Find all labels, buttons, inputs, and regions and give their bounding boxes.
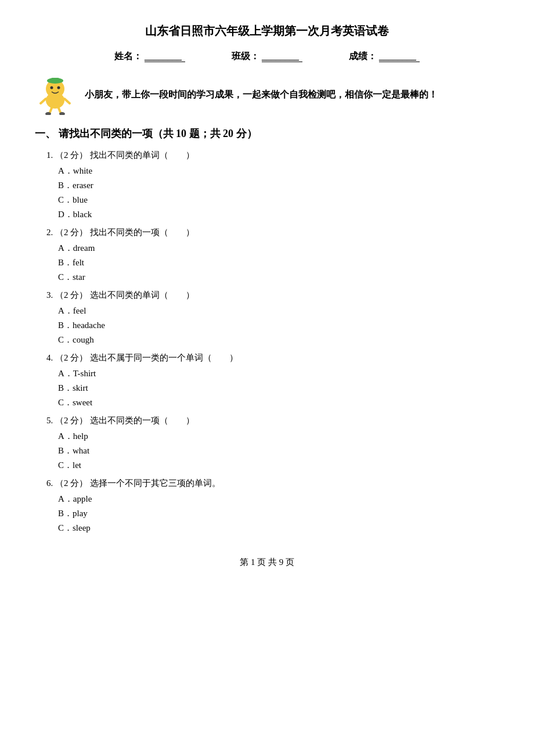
questions-list: 1. （2 分） 找出不同类的单词（ ）A．whiteB．eraserC．blu…: [35, 150, 499, 534]
section1-title: 一、 请找出不同类的一项（共 10 题；共 20 分）: [35, 127, 499, 141]
option-item: C．blue: [46, 195, 499, 206]
svg-line-7: [64, 99, 70, 103]
option-item: A．white: [46, 165, 499, 177]
page-title: 山东省日照市六年级上学期第一次月考英语试卷: [35, 23, 499, 39]
option-item: A．T-shirt: [46, 368, 499, 379]
page-footer: 第 1 页 共 9 页: [35, 557, 499, 568]
option-item: C．let: [46, 460, 499, 471]
question-prompt: 5. （2 分） 选出不同类的一项（ ）: [46, 415, 499, 426]
question-prompt: 2. （2 分） 找出不同类的一项（ ）: [46, 227, 499, 238]
option-item: B．play: [46, 508, 499, 519]
option-item: B．headache: [46, 320, 499, 331]
option-item: C．cough: [46, 334, 499, 345]
score-field: 成绩：________: [349, 51, 420, 63]
question-prompt: 6. （2 分） 选择一个不同于其它三项的单词。: [46, 478, 499, 489]
svg-point-3: [57, 87, 60, 89]
option-item: B．felt: [46, 257, 499, 268]
mascot-text: 小朋友，带上你一段时间的学习成果，一起来做个自我检测吧，相信你一定是最棒的！: [85, 89, 438, 101]
option-item: D．black: [46, 209, 499, 220]
option-item: C．sleep: [46, 523, 499, 534]
header-info: 姓名：________ 班级：________ 成绩：________: [35, 51, 499, 63]
option-item: A．help: [46, 431, 499, 442]
option-item: B．eraser: [46, 180, 499, 191]
question-block: 2. （2 分） 找出不同类的一项（ ）A．dreamB．feltC．star: [35, 227, 499, 283]
mascot-section: 小朋友，带上你一段时间的学习成果，一起来做个自我检测吧，相信你一定是最棒的！: [35, 74, 499, 115]
question-prompt: 1. （2 分） 找出不同类的单词（ ）: [46, 150, 499, 161]
question-prompt: 3. （2 分） 选出不同类的单词（ ）: [46, 290, 499, 301]
name-field: 姓名：________: [114, 51, 185, 63]
option-item: B．what: [46, 445, 499, 456]
option-item: A．dream: [46, 243, 499, 254]
question-block: 1. （2 分） 找出不同类的单词（ ）A．whiteB．eraserC．blu…: [35, 150, 499, 220]
option-item: A．apple: [46, 494, 499, 505]
svg-point-2: [50, 87, 53, 89]
question-block: 6. （2 分） 选择一个不同于其它三项的单词。A．appleB．playC．s…: [35, 478, 499, 534]
question-block: 4. （2 分） 选出不属于同一类的一个单词（ ）A．T-shirtB．skir…: [35, 352, 499, 408]
question-prompt: 4. （2 分） 选出不属于同一类的一个单词（ ）: [46, 352, 499, 363]
svg-line-6: [41, 99, 46, 103]
question-block: 5. （2 分） 选出不同类的一项（ ）A．helpB．whatC．let: [35, 415, 499, 471]
option-item: B．skirt: [46, 383, 499, 394]
class-field: 班级：________: [232, 51, 302, 63]
svg-rect-5: [51, 78, 59, 81]
option-item: C．sweet: [46, 397, 499, 408]
question-block: 3. （2 分） 选出不同类的单词（ ）A．feelB．headacheC．co…: [35, 290, 499, 345]
option-item: A．feel: [46, 305, 499, 316]
option-item: C．star: [46, 272, 499, 283]
mascot-icon: [35, 74, 75, 115]
